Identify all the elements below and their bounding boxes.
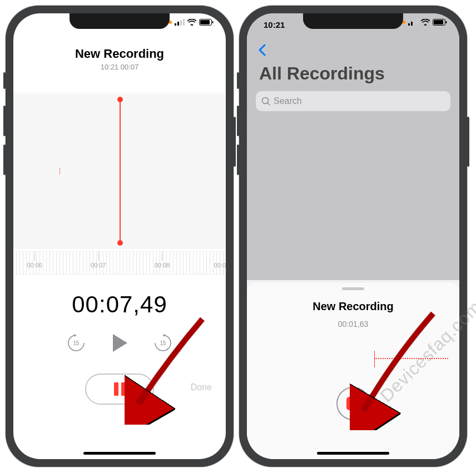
svg-rect-9 <box>408 23 410 26</box>
skip-forward-button[interactable]: 15 <box>153 333 173 353</box>
pause-icon <box>114 382 126 396</box>
power-button <box>234 117 236 167</box>
done-button[interactable]: Done <box>191 382 212 392</box>
home-indicator[interactable] <box>83 452 156 455</box>
volume-up <box>3 106 6 136</box>
iphone-frame-right: 10:21 All Recordings Search New Recordin… <box>239 6 467 467</box>
elapsed-time: 00:07,49 <box>13 291 226 318</box>
svg-rect-2 <box>180 20 182 26</box>
cellular-icon <box>408 19 418 26</box>
waveform-display[interactable] <box>13 93 226 249</box>
svg-rect-12 <box>416 19 418 26</box>
chevron-left-icon <box>258 44 266 56</box>
recording-sheet: New Recording 00:01,63 <box>247 283 459 459</box>
status-bar <box>168 19 214 26</box>
svg-rect-3 <box>183 19 185 26</box>
stop-button[interactable] <box>336 387 370 420</box>
sheet-grabber[interactable] <box>342 287 364 290</box>
waveform-line <box>374 358 448 360</box>
time-ruler[interactable]: 00:06 00:07 00:08 00:09 <box>13 251 226 275</box>
screen-recording-detail: New Recording 10:21 00:07 00:06 00:07 00… <box>13 13 226 459</box>
power-button <box>467 117 469 167</box>
playhead-indicator[interactable] <box>120 99 121 243</box>
search-input[interactable]: Search <box>256 91 450 111</box>
svg-text:15: 15 <box>73 340 80 346</box>
status-time: 10:21 <box>264 20 285 29</box>
mini-waveform <box>247 351 459 367</box>
recording-title: New Recording <box>13 47 226 61</box>
iphone-frame-left: New Recording 10:21 00:07 00:06 00:07 00… <box>6 6 234 467</box>
home-indicator[interactable] <box>317 452 389 455</box>
wifi-icon <box>421 19 430 26</box>
display-notch <box>70 13 170 29</box>
search-placeholder: Search <box>274 96 302 106</box>
ruler-tick-label: 00:07 <box>91 262 106 268</box>
volume-down <box>237 145 239 175</box>
svg-rect-0 <box>175 23 176 26</box>
svg-rect-14 <box>434 20 443 24</box>
search-icon <box>261 97 270 106</box>
volume-up <box>237 106 239 136</box>
mini-playhead <box>374 351 375 367</box>
sheet-title: New Recording <box>247 300 459 313</box>
svg-rect-10 <box>411 22 413 26</box>
skip-back-button[interactable]: 15 <box>66 333 86 353</box>
recording-subtitle: 10:21 00:07 <box>13 63 226 71</box>
pause-button[interactable] <box>85 374 154 405</box>
cellular-icon <box>175 19 185 26</box>
mute-switch <box>237 72 239 89</box>
screen-all-recordings: 10:21 All Recordings Search New Recordin… <box>247 13 459 459</box>
svg-text:15: 15 <box>160 340 166 346</box>
status-bar <box>402 19 447 26</box>
display-notch <box>303 13 403 29</box>
volume-down <box>3 145 6 175</box>
svg-rect-5 <box>200 20 210 24</box>
svg-rect-1 <box>177 22 179 26</box>
transport-controls: 15 15 <box>13 332 226 354</box>
battery-icon <box>433 19 447 26</box>
svg-rect-6 <box>212 21 214 23</box>
svg-rect-11 <box>414 20 415 26</box>
back-button[interactable] <box>258 44 266 59</box>
mute-switch <box>3 72 6 89</box>
battery-icon <box>199 19 214 26</box>
page-title: All Recordings <box>259 63 385 84</box>
annotation-arrow <box>125 313 214 425</box>
stop-icon <box>346 397 360 410</box>
wifi-icon <box>187 19 196 26</box>
svg-rect-15 <box>446 21 447 23</box>
dimmed-background[interactable] <box>247 13 459 280</box>
play-button[interactable] <box>108 332 131 354</box>
sheet-elapsed-time: 00:01,63 <box>247 320 459 328</box>
ruler-tick-label: 00:06 <box>27 262 42 268</box>
ruler-tick-label: 00:08 <box>155 262 170 268</box>
ruler-tick-label: 00:09 <box>214 262 226 268</box>
